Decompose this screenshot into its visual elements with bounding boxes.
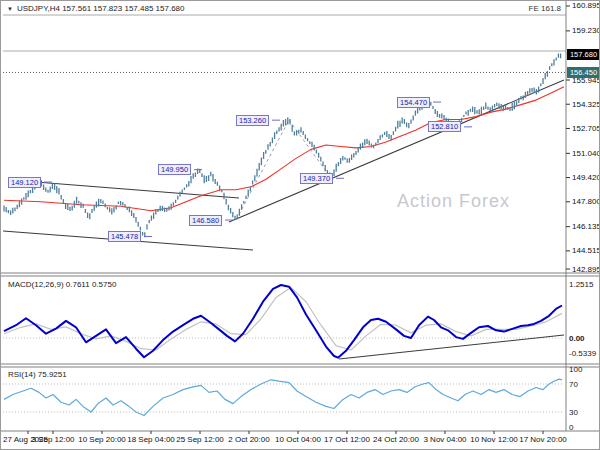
time-axis-label: 17 Oct 12:00 — [324, 435, 370, 445]
rsi-axis-label: 100 — [569, 365, 582, 375]
chart-window: ▼USDJPY,H4 157.561 157.823 157.485 157.6… — [0, 0, 600, 450]
swing-price-label: 154.470 — [397, 97, 430, 108]
time-axis-label: 10 Sep 20:00 — [78, 435, 126, 445]
swing-price-label: 149.370 — [300, 173, 333, 184]
price-axis-label: 159.230 — [572, 26, 600, 36]
chart-title-bar: ▼USDJPY,H4 157.561 157.823 157.485 157.6… — [7, 4, 185, 14]
price-axis-label: 149.420 — [572, 173, 600, 183]
rsi-indicator-label: RSI(14) 75.9251 — [8, 370, 67, 380]
swing-price-label: 153.260 — [236, 115, 269, 126]
fib-extension-label: FE 161.8 — [529, 4, 561, 14]
swing-price-label: 149.950 — [158, 164, 191, 175]
rsi-axis-label: 0 — [569, 423, 573, 433]
price-axis-label: 154.325 — [572, 100, 600, 110]
price-axis-label: 146.135 — [572, 222, 600, 232]
time-axis-label: 3 Sep 12:00 — [31, 435, 74, 445]
price-axis-label: 147.800 — [572, 197, 600, 207]
time-axis-label: 18 Sep 04:00 — [127, 435, 175, 445]
macd-axis-label: -0.5339 — [569, 349, 596, 359]
price-axis-label: 151.040 — [572, 149, 600, 159]
symbol-dropdown-icon[interactable]: ▼ — [7, 6, 13, 12]
price-axis-label: 152.705 — [572, 124, 600, 134]
swing-price-label: 146.580 — [189, 215, 222, 226]
time-axis-label: 3 Nov 04:00 — [423, 435, 466, 445]
price-axis-label: 144.515 — [572, 246, 600, 256]
macd-axis-label: 1.2515 — [569, 280, 593, 290]
rsi-axis-label: 70 — [569, 380, 578, 390]
swing-price-label: 152.810 — [428, 121, 461, 132]
swing-price-label: 145.478 — [108, 231, 141, 242]
macd-indicator-label: MACD(12,26,9) 0.7611 0.5750 — [8, 280, 116, 290]
time-axis-label: 24 Oct 20:00 — [373, 435, 419, 445]
rsi-axis-label: 30 — [569, 408, 578, 418]
price-axis-label: 142.895 — [572, 265, 600, 275]
chart-title-text: USDJPY,H4 157.561 157.823 157.485 157.68… — [17, 4, 185, 13]
price-tag: 157.680 — [567, 49, 600, 60]
time-axis-label: 10 Oct 04:00 — [275, 435, 321, 445]
watermark: Action Forex — [397, 191, 510, 212]
main-chart-canvas[interactable] — [1, 1, 600, 450]
price-tag: 156.450 — [567, 67, 600, 78]
time-axis-label: 2 Oct 20:00 — [228, 435, 269, 445]
swing-price-label: 149.120 — [8, 177, 41, 188]
macd-axis-label: 0.00 — [569, 334, 585, 344]
time-axis-label: 10 Nov 12:00 — [470, 435, 518, 445]
price-axis-label: 160.895 — [572, 1, 600, 11]
time-axis-label: 25 Sep 12:00 — [176, 435, 224, 445]
time-axis-label: 17 Nov 20:00 — [519, 435, 567, 445]
